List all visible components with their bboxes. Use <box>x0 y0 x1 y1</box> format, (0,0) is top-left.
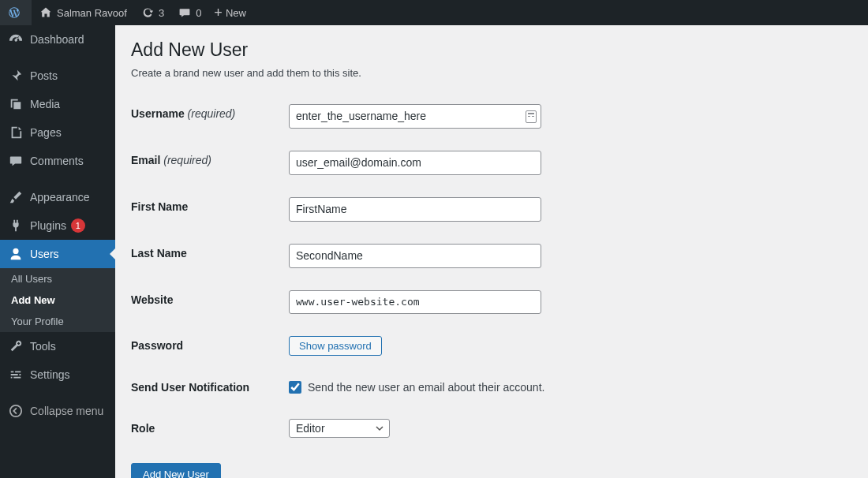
notification-label: Send User Notification <box>131 367 289 408</box>
collapse-icon <box>8 403 24 419</box>
plugins-update-badge: 1 <box>71 218 85 233</box>
sidebar-item-label: Media <box>30 98 60 110</box>
admin-sidebar: Dashboard Posts Media Pages Comments App… <box>0 25 115 478</box>
sidebar-item-appearance[interactable]: Appearance <box>0 183 115 211</box>
user-icon <box>8 246 24 262</box>
username-label: Username (required) <box>131 93 289 140</box>
label-text: Username <box>131 107 185 120</box>
website-input[interactable] <box>289 290 541 314</box>
submenu-your-profile[interactable]: Your Profile <box>0 311 115 332</box>
sidebar-item-dashboard[interactable]: Dashboard <box>0 25 115 54</box>
website-label: Website <box>131 279 289 325</box>
password-label: Password <box>131 325 289 367</box>
add-new-user-button[interactable]: Add New User <box>131 463 221 479</box>
new-content-menu[interactable]: + New <box>208 0 253 25</box>
submenu-all-users[interactable]: All Users <box>0 268 115 289</box>
plug-icon <box>8 218 24 233</box>
wrench-icon <box>8 338 24 354</box>
brush-icon <box>8 189 24 205</box>
sidebar-item-tools[interactable]: Tools <box>0 332 115 360</box>
sidebar-item-label: Posts <box>30 69 58 82</box>
pages-icon <box>8 125 24 140</box>
email-label: Email (required) <box>131 140 289 186</box>
admin-bar: Salman Ravoof 3 0 + New <box>0 0 868 25</box>
submenu-label: All Users <box>11 273 52 285</box>
page-title: Add New User <box>131 39 852 61</box>
email-input[interactable] <box>289 151 541 175</box>
new-label: New <box>226 7 246 19</box>
refresh-icon <box>140 5 155 21</box>
notification-checkbox-label: Send the new user an email about their a… <box>308 381 544 394</box>
page-subtitle: Create a brand new user and add them to … <box>131 67 852 79</box>
media-icon <box>8 96 24 112</box>
sidebar-item-media[interactable]: Media <box>0 90 115 118</box>
home-icon <box>38 5 54 21</box>
last-name-label: Last Name <box>131 233 289 279</box>
role-label: Role <box>131 408 289 449</box>
comments-count: 0 <box>196 7 201 19</box>
username-input[interactable] <box>289 104 541 129</box>
updates-menu[interactable]: 3 <box>133 0 170 25</box>
comment-icon <box>8 153 24 169</box>
pin-icon <box>8 68 24 84</box>
comments-menu[interactable]: 0 <box>170 0 208 25</box>
sidebar-item-label: Appearance <box>30 191 90 204</box>
last-name-input[interactable] <box>289 244 541 268</box>
users-submenu: All Users Add New Your Profile <box>0 268 115 332</box>
sidebar-item-label: Tools <box>30 340 56 353</box>
sidebar-item-users[interactable]: Users <box>0 240 115 268</box>
sidebar-item-label: Plugins <box>30 219 66 232</box>
submenu-label: Add New <box>11 294 55 306</box>
label-text: Email <box>131 154 160 166</box>
show-password-button[interactable]: Show password <box>289 336 382 356</box>
collapse-label: Collapse menu <box>30 405 103 417</box>
main-content: Add New User Create a brand new user and… <box>115 25 868 478</box>
submenu-label: Your Profile <box>11 316 64 327</box>
sidebar-item-posts[interactable]: Posts <box>0 62 115 90</box>
first-name-input[interactable] <box>289 197 541 222</box>
send-notification-checkbox[interactable] <box>289 381 301 394</box>
gauge-icon <box>8 32 24 47</box>
sidebar-item-label: Dashboard <box>30 33 84 46</box>
first-name-label: First Name <box>131 186 289 233</box>
role-select[interactable]: Editor <box>289 419 390 438</box>
sidebar-item-label: Users <box>30 248 59 260</box>
wp-logo-menu[interactable] <box>0 0 32 25</box>
sidebar-item-plugins[interactable]: Plugins 1 <box>0 211 115 240</box>
sidebar-item-label: Settings <box>30 368 70 381</box>
sidebar-item-pages[interactable]: Pages <box>0 118 115 147</box>
collapse-menu[interactable]: Collapse menu <box>0 397 115 425</box>
sidebar-item-label: Comments <box>30 155 84 167</box>
sliders-icon <box>8 367 24 383</box>
required-marker: (required) <box>163 154 211 166</box>
add-user-form: Username (required) Email (required) Fir… <box>131 93 852 449</box>
svg-point-0 <box>10 405 21 416</box>
sidebar-item-comments[interactable]: Comments <box>0 147 115 175</box>
required-marker: (required) <box>188 107 236 120</box>
site-name-menu[interactable]: Salman Ravoof <box>32 0 133 25</box>
wordpress-icon <box>6 5 22 21</box>
site-name-label: Salman Ravoof <box>57 7 127 19</box>
plus-icon: + <box>214 5 223 21</box>
autofill-icon <box>526 110 537 123</box>
submenu-add-new[interactable]: Add New <box>0 289 115 311</box>
sidebar-item-label: Pages <box>30 126 62 139</box>
comment-icon <box>177 5 193 21</box>
updates-count: 3 <box>159 7 164 19</box>
sidebar-item-settings[interactable]: Settings <box>0 360 115 389</box>
